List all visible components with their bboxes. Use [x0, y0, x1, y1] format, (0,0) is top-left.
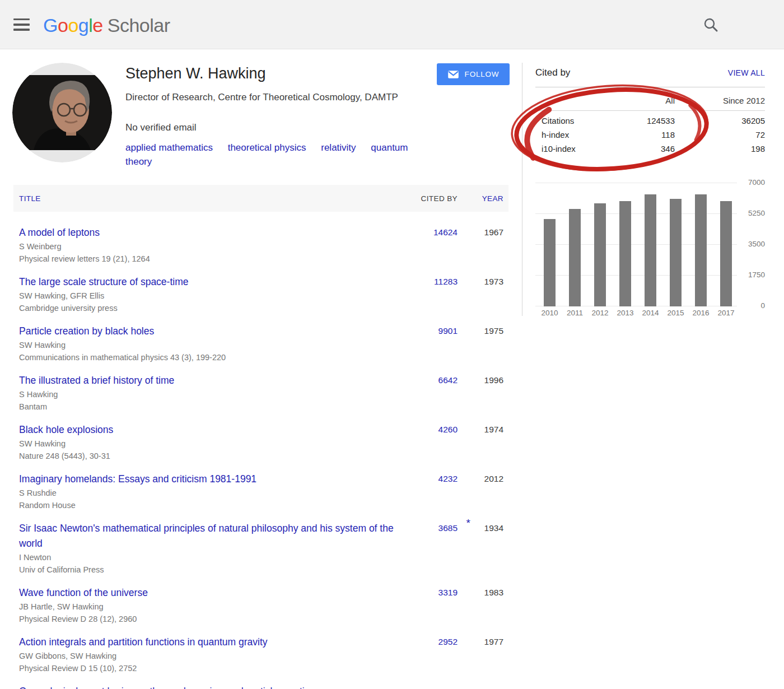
stat-label: Citations — [535, 116, 614, 125]
publication-year: 1977 — [484, 637, 503, 647]
citations-per-year-chart: 01750350052507000 2010201120122013201420… — [535, 176, 765, 316]
follow-button-label: FOLLOW — [465, 70, 500, 78]
cited-by-count-link[interactable]: 3319 — [438, 588, 458, 598]
publication-title-link[interactable]: The large scale structure of space-time — [13, 274, 189, 290]
publication-title-link[interactable]: Action integrals and partition functions… — [13, 635, 268, 650]
sort-by-title-link[interactable]: TITLE — [19, 194, 41, 203]
publication-authors: SW Hawking — [13, 437, 508, 450]
chart-bar-2013[interactable] — [619, 201, 631, 306]
scholar-profile-page: GoogleScholar St — [0, 0, 784, 689]
publication-row: The large scale structure of space-time … — [13, 274, 508, 314]
x-axis-tick-label: 2010 — [537, 309, 562, 317]
publication-venue: Communications in mathematical physics 4… — [13, 351, 508, 364]
cited-by-count-link[interactable]: 3685 — [438, 523, 458, 533]
stats-header-row: All Since 2012 — [535, 90, 765, 111]
hamburger-menu-icon[interactable] — [13, 18, 30, 31]
cited-by-count-link[interactable]: 6642 — [438, 375, 458, 385]
profile-interest-tags: applied mathematics theoretical physics … — [125, 141, 417, 169]
cited-by-heading: Cited by — [535, 67, 570, 78]
publication-title-link[interactable]: Wave function of the universe — [13, 585, 148, 600]
stat-value-all: 124533 — [614, 116, 675, 125]
publication-row: Imaginary homelands: Essays and criticis… — [13, 472, 508, 511]
top-app-bar: GoogleScholar — [0, 0, 784, 49]
publication-authors: S Hawking — [13, 388, 508, 401]
x-axis-tick-label: 2012 — [587, 309, 613, 317]
stats-row: Citations 124533 36205 — [535, 114, 765, 128]
publication-venue: Physical Review D 28 (12), 2960 — [13, 613, 508, 625]
publication-venue: Bantam — [13, 401, 508, 413]
sort-by-year-link[interactable]: YEAR — [482, 194, 503, 203]
publication-authors: SW Hawking, GFR Ellis — [13, 290, 508, 302]
search-icon[interactable] — [702, 16, 720, 34]
publication-row: Sir Isaac Newton's mathematical principl… — [13, 521, 508, 576]
chart-bar-2017[interactable] — [720, 201, 732, 306]
chart-bar-2015[interactable] — [670, 199, 682, 306]
view-all-link[interactable]: VIEW ALL — [728, 68, 765, 77]
chart-bar-2016[interactable] — [695, 194, 707, 306]
stats-row: h-index 118 72 — [535, 128, 765, 142]
publication-authors: SW Hawking — [13, 339, 508, 351]
google-scholar-logo[interactable]: GoogleScholar — [43, 15, 170, 36]
profile-affiliation: Director of Research, Centre for Theoret… — [125, 90, 417, 104]
interest-tag-link[interactable]: relativity — [321, 142, 356, 153]
publication-title-link[interactable]: The illustrated a brief history of time — [13, 373, 174, 388]
publication-year: 1996 — [484, 375, 503, 385]
interest-tag-link[interactable]: theoretical physics — [228, 142, 306, 153]
publication-venue: Physical review letters 19 (21), 1264 — [13, 253, 508, 265]
google-wordmark: Google — [43, 15, 103, 36]
y-axis-tick-label: 1750 — [734, 271, 765, 279]
profile-email-status: No verified email — [125, 122, 197, 133]
publication-year: 1973 — [484, 277, 503, 287]
stat-label: i10-index — [535, 144, 614, 153]
cited-by-count-link[interactable]: 4260 — [438, 425, 458, 435]
chart-bar-2014[interactable] — [645, 194, 656, 306]
publication-venue: Nature 248 (5443), 30-31 — [13, 450, 508, 462]
y-axis-tick-label: 7000 — [734, 178, 765, 187]
publication-authors: JB Hartle, SW Hawking — [13, 600, 508, 613]
envelope-icon — [447, 70, 459, 79]
stat-value-since: 36205 — [675, 116, 765, 125]
publication-year: 1974 — [484, 425, 503, 435]
vertical-divider — [522, 63, 522, 316]
stat-value-since: 198 — [675, 144, 765, 153]
publications-header-row: TITLE CITED BY YEAR — [13, 185, 508, 212]
x-axis-tick-label: 2013 — [613, 309, 638, 317]
publication-venue: Univ of California Press — [13, 564, 508, 576]
chart-bar-2011[interactable] — [569, 209, 581, 306]
x-axis-tick-label: 2011 — [562, 309, 587, 317]
publication-title-link[interactable]: A model of leptons — [13, 225, 100, 240]
cited-by-count-link[interactable]: 2952 — [438, 637, 458, 647]
chart-bar-2010[interactable] — [544, 219, 556, 306]
publication-year: 1934 — [484, 523, 503, 533]
profile-name: Stephen W. Hawking — [125, 65, 266, 82]
publication-title-link[interactable]: Imaginary homelands: Essays and criticis… — [13, 472, 256, 487]
publication-authors: S Rushdie — [13, 487, 508, 499]
publication-row: Black hole explosions SW Hawking Nature … — [13, 422, 508, 462]
stat-label: h-index — [535, 130, 614, 139]
publication-title-link[interactable]: Cosmological event horizons, thermodynam… — [13, 684, 315, 689]
cited-by-count-link[interactable]: 9901 — [438, 326, 458, 336]
stat-value-all: 346 — [614, 144, 675, 153]
publication-title-link[interactable]: Black hole explosions — [13, 422, 113, 437]
publication-year: 1975 — [484, 326, 503, 336]
publication-title-link[interactable]: Particle creation by black holes — [13, 324, 154, 339]
x-axis-tick-label: 2014 — [638, 309, 663, 317]
follow-button[interactable]: FOLLOW — [437, 63, 510, 85]
interest-tag-link[interactable]: applied mathematics — [125, 142, 213, 153]
cited-by-count-link[interactable]: 14624 — [433, 227, 458, 238]
publication-year: 1983 — [484, 588, 503, 598]
publication-title-link[interactable]: Sir Isaac Newton's mathematical principl… — [13, 521, 405, 551]
publication-year: 1967 — [484, 227, 503, 238]
chart-plot-area — [535, 183, 737, 306]
stat-value-since: 72 — [675, 130, 765, 139]
cited-by-count-link[interactable]: 4232 — [438, 474, 458, 484]
publication-row: Cosmological event horizons, thermodynam… — [13, 684, 508, 689]
x-axis-tick-label: 2016 — [688, 309, 713, 317]
publication-row: The illustrated a brief history of time … — [13, 373, 508, 413]
chart-bar-2012[interactable] — [594, 203, 606, 306]
cited-by-count-link[interactable]: 11283 — [434, 277, 458, 287]
profile-photo — [12, 63, 112, 162]
y-axis-tick-label: 5250 — [734, 209, 765, 217]
x-axis-tick-label: 2017 — [713, 309, 739, 317]
publication-row: Action integrals and partition functions… — [13, 635, 508, 674]
